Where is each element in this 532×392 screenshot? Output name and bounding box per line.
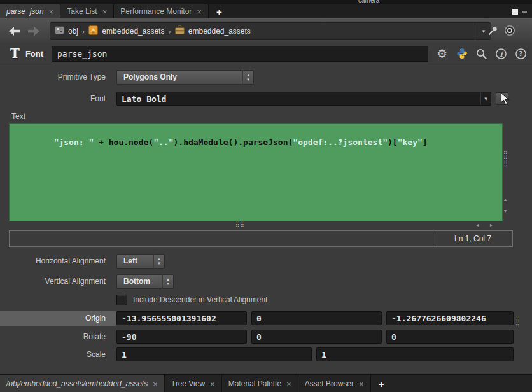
- spinner-down-icon[interactable]: ▼: [246, 78, 250, 81]
- bottom-pane-tab-bar: /obj/embedded_assets/embedded_assets × T…: [0, 374, 532, 392]
- expr-string: "opdef:..?jsontest": [293, 137, 388, 147]
- tab-material-palette[interactable]: Material Palette ×: [222, 375, 298, 392]
- scroll-down-icon[interactable]: ▾: [504, 209, 507, 214]
- font-value: Lato Bold: [122, 94, 166, 104]
- font-input[interactable]: Lato Bold ▼: [116, 92, 491, 106]
- breadcrumb-item-embedded-assets-2[interactable]: embedded_assets: [188, 27, 251, 36]
- include-descender-row: Include Descender in Vertical Alignment: [0, 294, 532, 305]
- rotate-x-input[interactable]: -90: [116, 330, 247, 344]
- spinner-up-icon[interactable]: ▲: [246, 73, 250, 77]
- pane-scroll-grip[interactable]: ⣿⣿: [515, 316, 520, 326]
- vertical-alignment-dropdown[interactable]: Bottom: [116, 274, 162, 289]
- font-row: Font Lato Bold ▼: [0, 91, 532, 106]
- new-tab-button[interactable]: +: [371, 375, 392, 392]
- close-icon[interactable]: ×: [102, 8, 108, 16]
- spinner-down-icon[interactable]: ▼: [157, 262, 161, 265]
- clipped-upper-pane: camera: [0, 0, 532, 4]
- back-arrow-icon[interactable]: [8, 26, 22, 39]
- pane-menu-icon[interactable]: [522, 11, 527, 13]
- tab-tree-view[interactable]: Tree View ×: [165, 375, 222, 392]
- origin-z-input[interactable]: -1.2677626609802246: [386, 311, 514, 325]
- tab-performance-monitor[interactable]: Performance Monitor ×: [114, 4, 209, 18]
- tab-label: Take List: [67, 7, 97, 16]
- horizontal-resize-grip[interactable]: ⣿⣿: [235, 220, 245, 227]
- tab-take-list[interactable]: Take List ×: [60, 4, 114, 18]
- help-icon[interactable]: ?: [514, 47, 528, 60]
- close-icon[interactable]: ×: [197, 8, 202, 16]
- node-name-input[interactable]: parse_json: [52, 46, 428, 62]
- include-descender-checkbox[interactable]: [116, 295, 127, 305]
- expr-code: + hou.node(: [94, 137, 153, 147]
- scroll-left-icon[interactable]: ◂: [476, 223, 479, 228]
- horizontal-alignment-dropdown[interactable]: Left: [116, 254, 153, 269]
- include-descender-label: Include Descender in Vertical Alignment: [133, 295, 267, 304]
- tab-parameter-path[interactable]: /obj/embedded_assets/embedded_assets ×: [0, 375, 165, 392]
- close-icon[interactable]: ×: [359, 380, 364, 388]
- primitive-type-dropdown[interactable]: Polygons Only: [116, 70, 242, 85]
- primitive-type-spinner[interactable]: ▲ ▼: [242, 70, 254, 85]
- scale-x-input[interactable]: 1: [116, 347, 312, 361]
- primitive-type-label: Primitive Type: [0, 69, 116, 85]
- origin-row: Origin -13.956555801391602 0 -1.26776266…: [0, 311, 532, 326]
- expr-code: )[: [388, 137, 398, 147]
- breadcrumb-item-obj[interactable]: obj: [68, 27, 78, 36]
- parameter-pane: Primitive Type Polygons Only ▲ ▼ Font La…: [0, 64, 532, 362]
- text-label: Text: [0, 112, 532, 122]
- close-icon[interactable]: ×: [210, 380, 215, 388]
- vertical-alignment-label: Vertical Alignment: [0, 274, 116, 289]
- text-expression-editor[interactable]: "json: " + hou.node("..").hdaModule().pa…: [9, 123, 503, 221]
- tab-label: parse_json: [6, 7, 44, 16]
- houdini-window: camera parse_json × Take List × Performa…: [0, 0, 532, 392]
- expr-code: ).hdaModule().parseJson(: [173, 137, 293, 147]
- origin-x-input[interactable]: -13.956555801391602: [116, 311, 247, 325]
- rotate-label[interactable]: Rotate: [0, 329, 116, 344]
- breadcrumb[interactable]: obj › embedded_assets › embedded_assets …: [50, 22, 491, 40]
- expr-string: "key": [398, 137, 423, 147]
- close-icon[interactable]: ×: [286, 380, 291, 388]
- scroll-right-icon[interactable]: ▸: [490, 223, 493, 228]
- tab-label: /obj/embedded_assets/embedded_assets: [6, 379, 148, 388]
- spinner-up-icon[interactable]: ▲: [166, 277, 170, 281]
- vertical-splitter-grip[interactable]: ⣿⣿⣿: [503, 151, 508, 167]
- primitive-type-row: Primitive Type Polygons Only ▲ ▼: [0, 69, 532, 85]
- close-icon[interactable]: ×: [153, 380, 158, 388]
- pin-icon[interactable]: [487, 25, 498, 39]
- search-icon[interactable]: [475, 47, 488, 60]
- horizontal-alignment-spinner[interactable]: ▲ ▼: [153, 254, 165, 269]
- node-type-label: Font: [25, 49, 43, 59]
- header-icons: ⚙ i ?: [435, 47, 528, 60]
- chevron-right-icon: ›: [82, 27, 85, 36]
- spinner-down-icon[interactable]: ▼: [166, 282, 170, 286]
- horizontal-alignment-row: Horizontal Alignment Left ▲ ▼: [0, 253, 532, 269]
- spinner-up-icon[interactable]: ▲: [157, 257, 161, 261]
- origin-label[interactable]: Origin: [0, 311, 116, 326]
- info-icon[interactable]: i: [494, 47, 508, 60]
- tab-parse-json[interactable]: parse_json ×: [0, 4, 60, 18]
- scroll-up-icon[interactable]: ▴: [504, 197, 507, 202]
- breadcrumb-item-embedded-assets[interactable]: embedded_assets: [102, 27, 164, 36]
- close-icon[interactable]: ×: [49, 8, 54, 16]
- forward-arrow-icon[interactable]: [27, 26, 41, 39]
- scale-label[interactable]: Scale: [0, 347, 116, 362]
- rotate-y-input[interactable]: 0: [251, 330, 382, 344]
- pane-maximize-icon[interactable]: [512, 9, 518, 15]
- link-radio-icon[interactable]: [504, 25, 515, 39]
- origin-y-input[interactable]: 0: [251, 311, 382, 325]
- scale-y-input[interactable]: 1: [316, 347, 514, 361]
- expr-string: "json: ": [54, 137, 94, 147]
- expr-string: "..": [153, 137, 173, 147]
- vertical-alignment-row: Vertical Alignment Bottom ▲ ▼: [0, 274, 532, 289]
- subnet-icon: [88, 25, 98, 38]
- python-icon[interactable]: [455, 47, 468, 60]
- network-icon: [55, 25, 64, 37]
- font-dropdown-icon[interactable]: ▼: [480, 92, 491, 105]
- tab-label: Material Palette: [228, 379, 281, 388]
- rotate-z-input[interactable]: 0: [386, 330, 514, 344]
- path-dropdown-icon[interactable]: ▼: [475, 23, 486, 39]
- gear-icon[interactable]: ⚙: [435, 47, 449, 60]
- vertical-alignment-spinner[interactable]: ▲ ▼: [162, 274, 174, 289]
- tab-label: Performance Monitor: [120, 7, 192, 16]
- font-node-icon: T: [10, 47, 20, 60]
- new-tab-button[interactable]: +: [209, 4, 230, 18]
- tab-asset-browser[interactable]: Asset Browser ×: [298, 375, 371, 392]
